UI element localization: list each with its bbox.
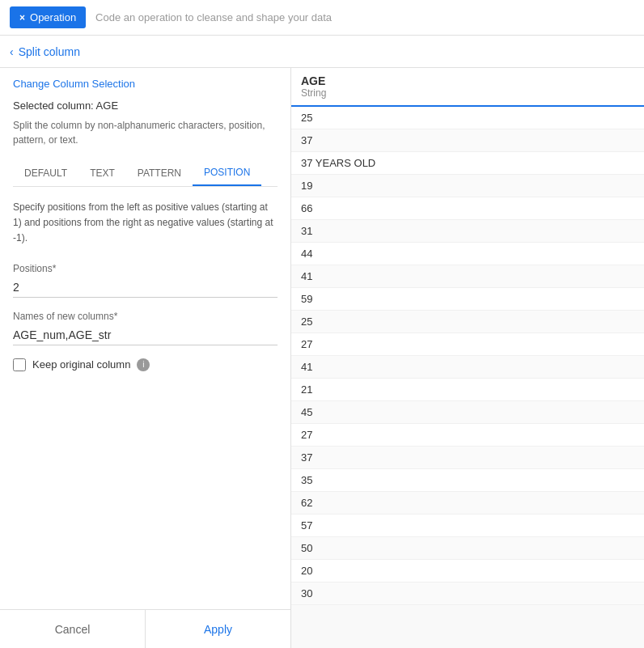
header-row: ‹ Split column	[0, 36, 644, 68]
tab-position[interactable]: POSITION	[193, 160, 261, 186]
table-row: 19	[291, 175, 644, 197]
table-row: 30	[291, 582, 644, 605]
cancel-button[interactable]: Cancel	[0, 610, 146, 648]
table-row: 25	[291, 311, 644, 333]
table-row: 44	[291, 243, 644, 265]
table-row: 50	[291, 537, 644, 560]
top-bar-hint: Code an operation to cleanse and shape y…	[95, 11, 332, 23]
table-row: 66	[291, 197, 644, 220]
tabs-row: DEFAULT TEXT PATTERN POSITION	[13, 160, 278, 187]
column-header: AGE String	[291, 68, 644, 107]
table-row: 45	[291, 401, 644, 424]
apply-button[interactable]: Apply	[146, 610, 290, 648]
operation-button[interactable]: × Operation	[10, 6, 86, 28]
table-row: 21	[291, 379, 644, 401]
tab-pattern[interactable]: PATTERN	[126, 160, 193, 186]
table-row: 20	[291, 560, 644, 582]
main-layout: Change Column Selection Selected column:…	[0, 68, 644, 648]
table-row: 27	[291, 424, 644, 447]
table-row: 41	[291, 265, 644, 288]
tab-default[interactable]: DEFAULT	[13, 160, 78, 186]
table-row: 37 YEARS OLD	[291, 152, 644, 175]
names-label: Names of new columns*	[13, 311, 278, 322]
names-field: Names of new columns*	[13, 311, 278, 345]
change-column-link[interactable]: Change Column Selection	[13, 78, 278, 90]
column-name: AGE	[301, 74, 634, 87]
left-panel: Change Column Selection Selected column:…	[0, 68, 291, 648]
close-icon: ×	[19, 12, 25, 23]
table-row: 27	[291, 333, 644, 356]
position-description: Specify positions from the left as posit…	[13, 200, 278, 247]
back-icon: ‹	[10, 45, 14, 58]
positions-field: Positions*	[13, 263, 278, 298]
tab-text[interactable]: TEXT	[78, 160, 126, 186]
table-row: 35	[291, 469, 644, 492]
table-row: 62	[291, 492, 644, 515]
info-icon[interactable]: i	[137, 358, 150, 371]
right-panel: AGE String 253737 YEARS OLD1966314441592…	[291, 68, 644, 648]
keep-original-checkbox[interactable]	[13, 358, 26, 371]
operation-label: Operation	[30, 11, 76, 23]
column-type: String	[301, 87, 634, 99]
positions-input[interactable]	[13, 277, 278, 298]
back-button[interactable]: ‹ Split column	[10, 45, 80, 58]
table-row: 25	[291, 107, 644, 129]
table-row: 57	[291, 515, 644, 537]
table-row: 31	[291, 220, 644, 243]
top-bar: × Operation Code an operation to cleanse…	[0, 0, 644, 36]
keep-original-label[interactable]: Keep original column	[32, 358, 130, 371]
split-description: Split the column by non-alphanumeric cha…	[13, 118, 278, 147]
left-panel-content: Change Column Selection Selected column:…	[0, 68, 290, 609]
data-rows-container: 253737 YEARS OLD196631444159252741214527…	[291, 107, 644, 605]
table-row: 41	[291, 356, 644, 379]
names-input[interactable]	[13, 325, 278, 345]
keep-original-row: Keep original column i	[13, 358, 278, 371]
table-row: 37	[291, 447, 644, 469]
positions-label: Positions*	[13, 263, 278, 274]
bottom-bar: Cancel Apply	[0, 609, 290, 648]
page-title: Split column	[19, 45, 80, 58]
selected-column-label: Selected column: AGE	[13, 100, 278, 112]
table-row: 59	[291, 288, 644, 311]
table-row: 37	[291, 129, 644, 152]
